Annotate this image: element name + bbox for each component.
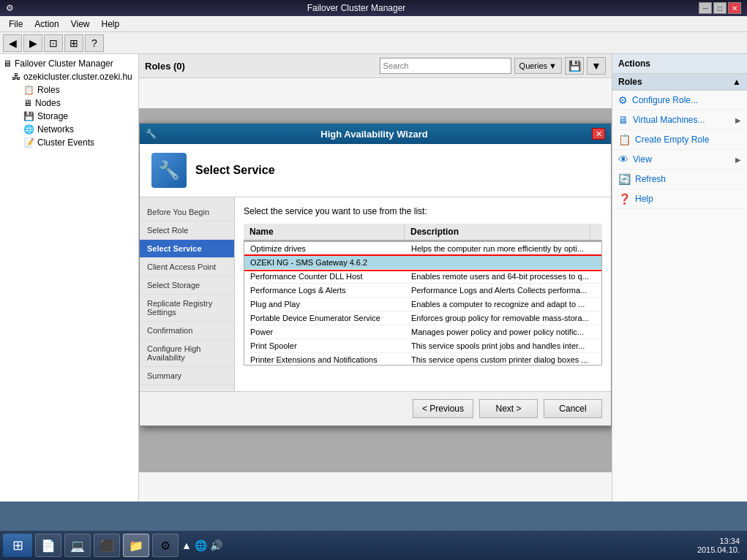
wizard-title: High Availability Wizard (157, 129, 592, 140)
service-row-pde[interactable]: Portable Device Enumerator Service Enfor… (244, 311, 601, 325)
search-input[interactable] (380, 58, 511, 74)
service-row-perf-logs[interactable]: Performance Logs & Alerts Performance Lo… (244, 284, 601, 298)
wizard-nav-select-storage[interactable]: Select Storage (140, 276, 234, 295)
wizard-app-icon: 🔧 (146, 129, 157, 139)
service-row-ozeki[interactable]: OZEKI NG - SMS Gateway 4.6.2 (244, 256, 601, 270)
service-name-print-spooler: Print Spooler (244, 339, 405, 352)
actions-panel: Actions Roles ▲ ⚙ Configure Role... 🖥 Vi… (612, 54, 747, 502)
menu-bar: File Action View Help (0, 16, 747, 32)
start-icon: ⊞ (12, 537, 23, 553)
action-configure-role[interactable]: ⚙ Configure Role... (612, 91, 747, 110)
previous-button[interactable]: < Previous (413, 399, 473, 418)
service-name-perf-logs: Performance Logs & Alerts (244, 284, 405, 297)
wizard-nav-select-service[interactable]: Select Service (140, 240, 234, 258)
modal-overlay: 🔧 High Availability Wizard ✕ 🔧 Select Se… (139, 108, 612, 472)
menu-file[interactable]: File (3, 18, 29, 31)
col-name: Name (244, 224, 405, 240)
toolbar: ◀ ▶ ⊡ ⊞ ? (0, 32, 747, 54)
tree-item-roles[interactable]: 📋 Roles (0, 83, 138, 97)
wizard-nav-confirmation[interactable]: Confirmation (140, 322, 234, 340)
service-name-optimize-drives: Optimize drives (244, 242, 405, 255)
icon-view-button[interactable]: ⊡ (44, 34, 63, 52)
taskbar-app-file[interactable]: 📄 (35, 534, 61, 557)
help-button[interactable]: ? (85, 34, 104, 52)
main-layout: 🖥 Failover Cluster Manager 🖧 ozekicluste… (0, 54, 747, 502)
taskbar-app-terminal[interactable]: 💻 (64, 534, 91, 557)
action-help[interactable]: ❓ Help (612, 189, 747, 209)
taskbar-app-cmd[interactable]: ⬛ (94, 534, 120, 557)
menu-help[interactable]: Help (96, 18, 126, 31)
action-view[interactable]: 👁 View ▶ (612, 150, 747, 170)
menu-action[interactable]: Action (29, 18, 64, 31)
view-icon: 👁 (618, 154, 628, 165)
column-settings-button[interactable]: ▼ (587, 57, 606, 75)
app-icon: ⚙ (6, 3, 14, 13)
action-refresh[interactable]: 🔄 Refresh (612, 170, 747, 189)
refresh-icon: 🔄 (618, 173, 631, 185)
service-desc-print-spooler: This service spools print jobs and handl… (405, 339, 601, 352)
col-description: Description (405, 224, 590, 240)
wizard-nav-select-role[interactable]: Select Role (140, 222, 234, 240)
service-desc-perf-logs: Performance Logs and Alerts Collects per… (405, 284, 601, 297)
wizard-header-icon: 🔧 (158, 160, 180, 181)
taskbar-app-folder[interactable]: 📁 (123, 534, 149, 557)
services-table-header: Name Description (244, 224, 602, 241)
back-button[interactable]: ◀ (3, 34, 22, 52)
help-icon: ❓ (618, 193, 631, 205)
service-name-printer-ext: Printer Extensions and Notifications (244, 353, 405, 366)
forward-button[interactable]: ▶ (23, 34, 42, 52)
actions-header: Actions (612, 54, 747, 74)
scroll-spacer (590, 224, 602, 240)
title-bar-left: ⚙ (6, 3, 14, 13)
wizard-header-icon-box: 🔧 (151, 153, 187, 188)
service-row-printer-ext[interactable]: Printer Extensions and Notifications Thi… (244, 353, 601, 366)
taskbar-tray: ▲ 🌐 🔊 (181, 540, 225, 551)
save-layout-button[interactable]: 💾 (565, 57, 584, 75)
wizard-nav-before-you-begin[interactable]: Before You Begin (140, 203, 234, 222)
service-row-optimize-drives[interactable]: Optimize drives Helps the computer run m… (244, 242, 601, 256)
storage-icon: 💾 (23, 111, 34, 121)
roles-icon: 📋 (23, 85, 34, 95)
cancel-button[interactable]: Cancel (544, 399, 602, 418)
roles-title: Roles (0) (145, 61, 185, 72)
wizard-close-button[interactable]: ✕ (592, 128, 605, 140)
wizard-nav-configure-ha[interactable]: Configure High Availability (140, 340, 234, 367)
action-create-empty-role[interactable]: 📋 Create Empty Role (612, 130, 747, 150)
wizard-nav-client-access-point[interactable]: Client Access Point (140, 258, 234, 276)
wizard-nav-replicate-registry[interactable]: Replicate Registry Settings (140, 295, 234, 322)
tree-item-networks[interactable]: 🌐 Networks (0, 123, 138, 136)
content-panel: Roles (0) Queries ▼ 💾 ▼ 🔧 High Availabil… (139, 54, 612, 502)
roles-header: Roles (0) Queries ▼ 💾 ▼ (139, 54, 612, 78)
tree-item-nodes[interactable]: 🖥 Nodes (0, 97, 138, 110)
taskbar: ⊞ 📄 💻 ⬛ 📁 ⚙ ▲ 🌐 🔊 13:34 2015.04.10. (0, 531, 747, 560)
tree-item-storage[interactable]: 💾 Storage (0, 110, 138, 123)
date-display: 2015.04.10. (697, 545, 740, 554)
action-virtual-machines[interactable]: 🖥 Virtual Machines... ▶ (612, 110, 747, 130)
service-row-plug-play[interactable]: Plug and Play Enables a computer to reco… (244, 298, 601, 311)
menu-view[interactable]: View (65, 18, 96, 31)
services-list[interactable]: Optimize drives Helps the computer run m… (244, 241, 602, 366)
close-button[interactable]: ✕ (728, 2, 741, 14)
search-bar: Queries ▼ 💾 ▼ (380, 57, 606, 75)
networks-icon: 🌐 (23, 124, 34, 135)
create-empty-role-icon: 📋 (618, 134, 631, 145)
title-bar: ⚙ Failover Cluster Manager ─ □ ✕ (0, 0, 747, 16)
maximize-button[interactable]: □ (713, 2, 727, 14)
wizard-nav-summary[interactable]: Summary (140, 367, 234, 385)
next-button[interactable]: Next > (479, 399, 538, 418)
tree-panel: 🖥 Failover Cluster Manager 🖧 ozekicluste… (0, 54, 139, 502)
service-row-power[interactable]: Power Manages power policy and power pol… (244, 325, 601, 339)
tree-item-cluster[interactable]: 🖧 ozekicluster.cluster.ozeki.hu (0, 70, 138, 83)
detail-view-button[interactable]: ⊞ (64, 34, 83, 52)
minimize-button[interactable]: ─ (699, 2, 712, 14)
tree-item-fcm[interactable]: 🖥 Failover Cluster Manager (0, 57, 138, 70)
service-row-perf-dll[interactable]: Performance Counter DLL Host Enables rem… (244, 270, 601, 284)
tree-item-cluster-events[interactable]: 📝 Cluster Events (0, 136, 138, 149)
start-button[interactable]: ⊞ (3, 534, 32, 557)
wizard-title-bar: 🔧 High Availability Wizard ✕ (140, 124, 611, 144)
service-row-print-spooler[interactable]: Print Spooler This service spools print … (244, 339, 601, 353)
queries-button[interactable]: Queries ▼ (514, 58, 562, 74)
tray-arrow-icon[interactable]: ▲ (181, 540, 192, 551)
cluster-events-icon: 📝 (23, 137, 34, 148)
taskbar-app-settings[interactable]: ⚙ (152, 534, 179, 557)
